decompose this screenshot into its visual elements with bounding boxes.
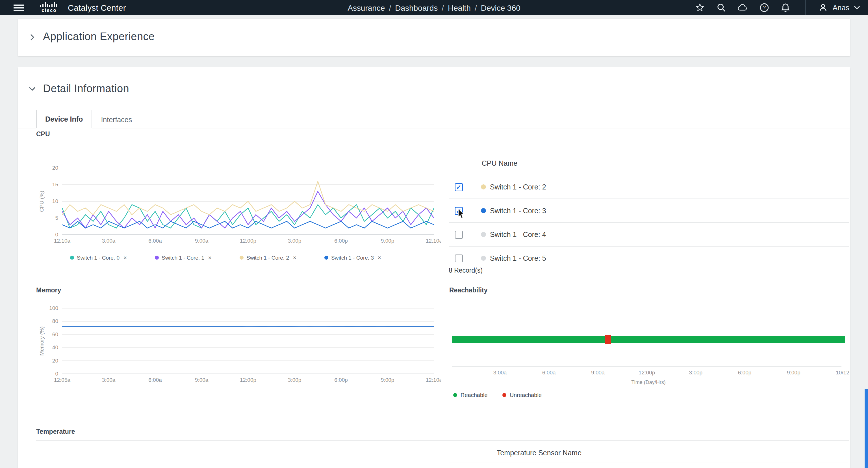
star-icon[interactable] [695, 3, 705, 13]
cpu-section-label: CPU [36, 130, 50, 138]
reachability-legend: Reachable Unreachable [453, 392, 541, 398]
row-color-dot [481, 208, 486, 213]
memory-section-label: Memory [36, 287, 61, 294]
unreachable-dot [502, 393, 506, 397]
breadcrumb-separator: / [389, 3, 391, 12]
temperature-divider [36, 440, 849, 441]
scrollbar-thumb[interactable] [865, 389, 868, 468]
svg-text:12:00p: 12:00p [240, 377, 256, 383]
svg-text:3:00a: 3:00a [102, 377, 116, 383]
cpu-name-rows: Switch 1 - Core: 2 Switch 1 - Core: 3 Sw… [449, 175, 849, 262]
legend-item-core-2[interactable]: Switch 1 - Core: 2 × [240, 255, 324, 261]
row-checkbox[interactable] [455, 231, 463, 238]
svg-text:3:00p: 3:00p [288, 238, 302, 244]
cisco-logo: cisco [39, 3, 59, 13]
reachability-axis [452, 367, 841, 367]
legend-item-core-3[interactable]: Switch 1 - Core: 3 × [324, 255, 409, 261]
breadcrumb-device-360[interactable]: Device 360 [481, 3, 521, 12]
header-divider [806, 0, 806, 15]
temperature-section-label: Temperature [36, 428, 75, 435]
cloud-icon[interactable] [738, 3, 748, 13]
svg-text:12:00p: 12:00p [240, 238, 256, 244]
svg-text:3:00p: 3:00p [288, 377, 302, 383]
chevron-down-icon [854, 6, 860, 10]
reachable-segment [611, 336, 845, 343]
cpu-name-header: CPU Name [449, 159, 550, 167]
chevron-right-icon[interactable] [30, 34, 34, 41]
row-checkbox[interactable] [455, 207, 463, 215]
legend-label: Switch 1 - Core: 2 [246, 255, 289, 261]
cpu-name-panel: CPU Name Switch 1 - Core: 2 Switch 1 - C… [449, 152, 849, 274]
svg-text:60: 60 [52, 331, 58, 338]
reachable-segment [452, 336, 605, 343]
svg-text:100: 100 [49, 305, 58, 311]
help-icon[interactable]: ? [759, 3, 769, 13]
svg-text:12:10a: 12:10a [54, 238, 71, 244]
reachability-tick: 6:00a [542, 369, 556, 376]
legend-label: Unreachable [510, 392, 541, 398]
reachability-chart: 3:00a6:00a9:00a12:00p3:00p6:00p9:00p10/1… [449, 291, 849, 410]
remove-series-icon[interactable]: × [123, 255, 127, 261]
legend-item-core-0[interactable]: Switch 1 - Core: 0 × [70, 255, 155, 261]
reachability-tick: 9:00a [591, 369, 604, 376]
row-checkbox[interactable] [455, 183, 463, 191]
application-experience-card: Application Experience [18, 19, 850, 56]
svg-text:3:00a: 3:00a [102, 238, 116, 244]
reachability-tick: 3:00p [689, 369, 703, 376]
reachability-bar [452, 336, 845, 343]
legend-label: Switch 1 - Core: 3 [331, 255, 374, 261]
legend-label: Switch 1 - Core: 0 [77, 255, 120, 261]
application-experience-title: Application Experience [43, 31, 155, 43]
breadcrumb-dashboards[interactable]: Dashboards [395, 3, 438, 12]
tab-interfaces[interactable]: Interfaces [92, 110, 141, 128]
user-menu[interactable]: Anas [818, 3, 860, 12]
remove-series-icon[interactable]: × [378, 255, 381, 261]
svg-text:0: 0 [55, 232, 58, 237]
detail-information-title: Detail Information [43, 83, 129, 95]
reachability-tick: 12:00p [639, 369, 655, 376]
cpu-divider [36, 145, 434, 145]
row-color-dot [481, 256, 486, 261]
bell-icon[interactable] [781, 3, 791, 13]
svg-text:?: ? [763, 4, 766, 10]
svg-text:9:00a: 9:00a [195, 377, 209, 383]
cpu-name-header-row: CPU Name [449, 152, 849, 175]
legend-item-unreachable: Unreachable [502, 392, 541, 398]
menu-icon[interactable] [13, 4, 24, 11]
svg-text:CPU (%): CPU (%) [39, 191, 44, 212]
svg-text:20: 20 [52, 358, 58, 364]
cisco-wordmark: cisco [41, 8, 57, 13]
svg-text:10: 10 [52, 198, 58, 204]
reachability-tick: 3:00a [493, 369, 507, 376]
remove-series-icon[interactable]: × [208, 255, 212, 261]
svg-text:6:00a: 6:00a [148, 377, 162, 383]
svg-text:12:05a: 12:05a [54, 377, 71, 383]
svg-text:9:00p: 9:00p [381, 238, 395, 244]
cpu-row-core-5[interactable]: Switch 1 - Core: 5 [449, 246, 849, 262]
cpu-row-core-3[interactable]: Switch 1 - Core: 3 [449, 199, 849, 223]
product-title: Catalyst Center [68, 3, 126, 12]
cpu-chart: 0510152012:10a3:00a6:00a9:00a12:00p3:00p… [36, 152, 441, 253]
breadcrumb-assurance[interactable]: Assurance [347, 3, 385, 12]
svg-text:20: 20 [52, 165, 58, 171]
search-icon[interactable] [716, 3, 726, 13]
cpu-row-core-4[interactable]: Switch 1 - Core: 4 [449, 223, 849, 246]
reachability-tick: 6:00p [738, 369, 752, 376]
series-dot [70, 256, 74, 260]
remove-series-icon[interactable]: × [293, 255, 297, 261]
temperature-panel-divider [449, 463, 848, 463]
reachability-ticks: 3:00a6:00a9:00a12:00p3:00p6:00p9:00p10/1… [452, 369, 845, 377]
user-name: Anas [833, 3, 849, 12]
person-icon [818, 3, 828, 12]
legend-label: Switch 1 - Core: 1 [162, 255, 204, 261]
svg-text:6:00p: 6:00p [334, 238, 348, 244]
series-dot [240, 256, 244, 260]
chevron-down-icon[interactable] [29, 87, 36, 91]
svg-text:15: 15 [52, 181, 58, 187]
legend-item-core-1[interactable]: Switch 1 - Core: 1 × [155, 255, 240, 261]
tab-device-info[interactable]: Device Info [36, 110, 92, 128]
row-checkbox[interactable] [455, 254, 463, 262]
breadcrumb-health[interactable]: Health [448, 3, 471, 12]
cpu-row-core-2[interactable]: Switch 1 - Core: 2 [449, 175, 849, 199]
header-left: cisco Catalyst Center [0, 3, 126, 13]
